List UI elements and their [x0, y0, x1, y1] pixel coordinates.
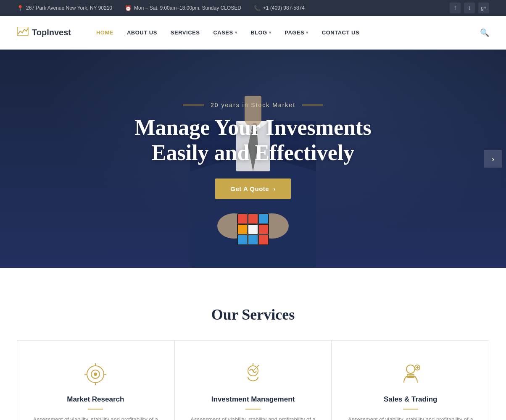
nav-cases[interactable]: CASES ▾: [213, 29, 237, 36]
search-icon[interactable]: 🔍: [480, 28, 489, 37]
address-item: 📍 267 Park Avenue New York, NY 90210: [17, 5, 112, 11]
service-underline-1: [88, 409, 103, 410]
phone-icon: 📞: [254, 5, 261, 11]
tagline-line-left: [183, 105, 204, 105]
address-text: 267 Park Avenue New York, NY 90210: [26, 5, 112, 11]
service-desc-investment: Assessment of viability, stability and p…: [190, 415, 316, 420]
nav-services[interactable]: SERVICES: [171, 29, 200, 36]
service-desc-sales: Assessment of viability, stability and p…: [347, 415, 474, 420]
svg-rect-19: [238, 235, 247, 244]
service-card-investment: Investment Management Assessment of viab…: [174, 340, 332, 420]
phone-item: 📞 +1 (409) 987-5874: [254, 5, 305, 11]
cases-arrow: ▾: [235, 30, 237, 35]
nav-home[interactable]: HOME: [96, 29, 113, 36]
service-card-market-research: Market Research Assessment of viability,…: [17, 340, 174, 420]
top-bar-info: 📍 267 Park Avenue New York, NY 90210 ⏰ M…: [17, 5, 305, 11]
navbar: TopInvest HOME ABOUT US SERVICES CASES ▾…: [0, 16, 506, 50]
services-gap: [0, 268, 506, 281]
twitter-button[interactable]: t: [464, 3, 475, 13]
slider-next-button[interactable]: ›: [484, 150, 502, 168]
hero-title: Manage Your Invesments Easily and Effect…: [134, 115, 371, 165]
pages-arrow: ▾: [306, 30, 308, 35]
investment-icon: [240, 362, 266, 387]
services-grid: Market Research Assessment of viability,…: [17, 340, 489, 420]
hero-content: 20 years in Stock Market Manage Your Inv…: [134, 102, 371, 216]
svg-line-31: [257, 365, 259, 367]
service-name-market-research: Market Research: [32, 395, 159, 404]
svg-rect-18: [259, 225, 268, 234]
location-icon: 📍: [17, 5, 24, 11]
clock-icon: ⏰: [125, 5, 132, 11]
nav-contact[interactable]: CONTACT US: [322, 29, 359, 36]
get-quote-button[interactable]: Get A Quote ›: [215, 178, 290, 199]
svg-point-32: [406, 365, 415, 373]
svg-rect-17: [248, 225, 258, 234]
sales-icon: [398, 362, 423, 387]
blog-arrow: ▾: [269, 30, 271, 35]
svg-rect-16: [238, 225, 247, 234]
service-underline-2: [245, 409, 261, 410]
services-section: Our Services Market Research Assessment …: [0, 281, 506, 420]
logo-text: TopInvest: [32, 28, 71, 37]
service-underline-3: [403, 409, 418, 410]
googleplus-button[interactable]: g+: [478, 3, 489, 13]
facebook-button[interactable]: f: [450, 3, 461, 13]
tagline-line-right: [302, 105, 323, 105]
arrow-icon: ›: [273, 185, 276, 192]
svg-point-24: [94, 373, 97, 376]
nav-about[interactable]: ABOUT US: [127, 29, 157, 36]
hours-item: ⏰ Mon – Sat: 9:00am–18:00pm. Sunday CLOS…: [125, 5, 241, 11]
service-card-sales: Sales & Trading Assessment of viability,…: [332, 340, 489, 420]
service-name-investment: Investment Management: [190, 395, 316, 404]
nav-pages[interactable]: PAGES ▾: [285, 29, 308, 36]
services-title: Our Services: [17, 306, 489, 323]
service-desc-market-research: Assessment of viability, stability and p…: [32, 415, 159, 420]
top-bar: 📍 267 Park Avenue New York, NY 90210 ⏰ M…: [0, 0, 506, 16]
nav-blog[interactable]: BLOG ▾: [250, 29, 271, 36]
service-name-sales: Sales & Trading: [347, 395, 474, 404]
logo-icon: [17, 27, 29, 39]
hours-text: Mon – Sat: 9:00am–18:00pm. Sunday CLOSED: [134, 5, 241, 11]
nav-links: HOME ABOUT US SERVICES CASES ▾ BLOG ▾ PA…: [96, 29, 480, 36]
social-links: f t g+: [450, 3, 489, 13]
hero-section: 20 years in Stock Market Manage Your Inv…: [0, 50, 506, 268]
svg-rect-21: [259, 235, 268, 244]
hero-tagline: 20 years in Stock Market: [134, 102, 371, 108]
svg-rect-20: [248, 235, 258, 244]
phone-text: +1 (409) 987-5874: [263, 5, 305, 11]
logo[interactable]: TopInvest: [17, 27, 71, 39]
market-research-icon: [83, 362, 108, 387]
